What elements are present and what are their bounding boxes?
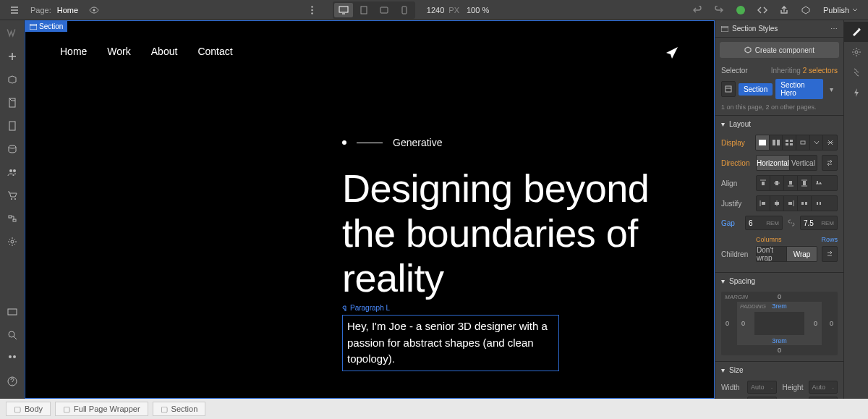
section-size-header[interactable]: ▾ Size: [715, 362, 843, 378]
height-input[interactable]: Auto-: [809, 381, 838, 394]
justify-between[interactable]: [798, 196, 812, 211]
margin-left[interactable]: 0: [726, 320, 729, 327]
width-input[interactable]: Auto-: [747, 381, 777, 394]
spacing-editor[interactable]: MARGIN 0 0 0 0 PADDING 3rem 3rem 0 0: [721, 292, 838, 355]
add-element-button[interactable]: [2, 46, 22, 67]
section-layout-header[interactable]: ▾ Layout: [715, 116, 843, 132]
canvas[interactable]: Section Home Work About Contact Generati…: [25, 20, 715, 399]
selector-icon-button[interactable]: [721, 81, 736, 97]
selection-tag[interactable]: Section: [25, 21, 67, 32]
state-dropdown[interactable]: ▾: [826, 85, 838, 93]
display-none[interactable]: [823, 135, 837, 150]
padding-left[interactable]: 0: [741, 320, 745, 327]
code-icon[interactable]: [752, 1, 773, 19]
nav-home[interactable]: Home: [60, 46, 87, 57]
display-grid[interactable]: [783, 135, 796, 150]
menu-button[interactable]: [4, 1, 25, 19]
children-reverse[interactable]: [822, 246, 838, 262]
paragraph-element[interactable]: Paragraph L Hey, I'm Joe - a senior 3D d…: [342, 315, 559, 371]
device-tablet[interactable]: [354, 3, 373, 17]
children-wrap[interactable]: Wrap: [787, 247, 817, 261]
nav-contact[interactable]: Contact: [197, 46, 232, 57]
justify-start[interactable]: [757, 196, 770, 211]
device-desktop[interactable]: [334, 3, 353, 17]
settings-button[interactable]: [2, 232, 22, 252]
justify-center[interactable]: [770, 196, 784, 211]
crumb-wrapper[interactable]: ▢Full Page Wrapper: [55, 402, 148, 416]
children-nowrap[interactable]: Don't wrap: [757, 247, 787, 261]
create-component-label: Create component: [755, 46, 814, 54]
selector-tag-section[interactable]: Section: [739, 83, 773, 96]
search-button[interactable]: [2, 325, 22, 345]
crumb-section[interactable]: ▢Section: [153, 402, 206, 416]
gap-row-input[interactable]: 7.5REM: [800, 216, 838, 230]
svg-rect-6: [380, 7, 388, 13]
nav-about[interactable]: About: [151, 46, 178, 57]
more-icon[interactable]: [302, 1, 323, 19]
gap-column-input[interactable]: 6REM: [745, 216, 783, 230]
justify-end[interactable]: [784, 196, 798, 211]
panel-more-icon[interactable]: ⋯: [830, 25, 838, 33]
ecommerce-button[interactable]: [2, 185, 22, 206]
display-block[interactable]: [756, 135, 770, 150]
align-baseline[interactable]: [812, 176, 825, 190]
components-panel-button[interactable]: [2, 69, 22, 90]
interactions-tab[interactable]: [844, 82, 869, 103]
help-button[interactable]: [2, 371, 22, 392]
padding-bottom[interactable]: 3rem: [772, 337, 787, 344]
device-mobile-landscape[interactable]: [375, 3, 393, 17]
align-start[interactable]: [757, 176, 770, 190]
share-icon[interactable]: [774, 1, 794, 19]
svg-rect-40: [788, 202, 792, 205]
device-mobile[interactable]: [395, 3, 414, 17]
send-icon[interactable]: [665, 46, 679, 60]
width-label: Width: [721, 384, 744, 392]
navigator-button[interactable]: [2, 93, 22, 113]
users-button[interactable]: [2, 162, 22, 182]
pages-button[interactable]: [2, 116, 22, 136]
crumb-body[interactable]: ▢Body: [6, 402, 51, 416]
redo-button[interactable]: [709, 1, 729, 19]
eyebrow-text[interactable]: Generative: [393, 137, 442, 148]
direction-reverse[interactable]: [822, 155, 838, 171]
margin-right[interactable]: 0: [830, 320, 833, 327]
video-button[interactable]: [2, 302, 22, 322]
hero-heading[interactable]: Designing beyond the boundaries of reali…: [342, 166, 679, 300]
settings-tab[interactable]: [844, 42, 869, 62]
svg-rect-18: [8, 309, 17, 315]
align-end[interactable]: [784, 176, 798, 190]
style-manager-tab[interactable]: [844, 62, 869, 82]
page-name[interactable]: Home: [57, 6, 78, 14]
display-inline-block[interactable]: [796, 135, 810, 150]
preview-icon[interactable]: [84, 1, 104, 19]
section-spacing-header[interactable]: ▾ Spacing: [715, 273, 843, 289]
padding-top[interactable]: 3rem: [772, 302, 787, 310]
nav-work[interactable]: Work: [107, 46, 130, 57]
status-ok-icon[interactable]: [731, 1, 751, 19]
canvas-zoom[interactable]: 100 %: [467, 6, 489, 14]
inheriting-label[interactable]: Inheriting 2 selectors: [771, 67, 838, 75]
align-stretch[interactable]: [798, 176, 812, 190]
selector-tag-section-hero[interactable]: Section Hero: [775, 79, 823, 99]
hero-paragraph[interactable]: Hey, I'm Joe - a senior 3D designer with…: [347, 318, 554, 368]
margin-bottom[interactable]: 0: [778, 347, 781, 354]
display-flex[interactable]: [770, 135, 783, 150]
create-component-button[interactable]: Create component: [720, 42, 839, 58]
audit-panel-button[interactable]: [2, 348, 22, 368]
audit-icon[interactable]: [796, 1, 816, 19]
cms-button[interactable]: [2, 139, 22, 159]
direction-vertical[interactable]: Vertical: [790, 156, 817, 170]
padding-right[interactable]: 0: [814, 320, 817, 327]
canvas-width[interactable]: 1240: [427, 6, 444, 14]
logic-button[interactable]: [2, 208, 22, 229]
undo-button[interactable]: [687, 1, 707, 19]
display-inline[interactable]: [810, 135, 824, 150]
direction-horizontal[interactable]: Horizontal: [757, 156, 790, 170]
style-tab[interactable]: [844, 22, 869, 42]
align-center[interactable]: [770, 176, 784, 190]
publish-button[interactable]: Publish: [817, 6, 864, 14]
gap-link-icon[interactable]: [786, 216, 797, 230]
justify-around[interactable]: [812, 196, 825, 211]
svg-rect-27: [773, 140, 775, 145]
margin-top[interactable]: 0: [778, 293, 781, 300]
